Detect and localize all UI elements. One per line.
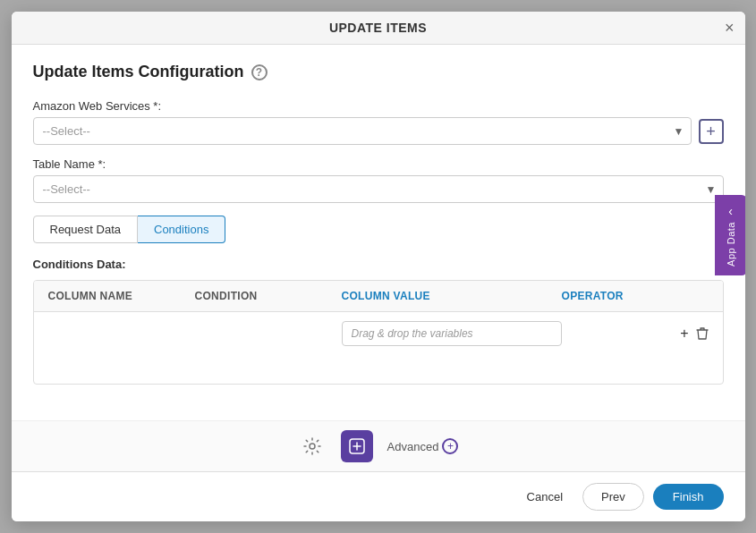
row-actions: + (562, 326, 709, 342)
table-header: COLUMN NAME CONDITION COLUMN VALUE OPERA… (34, 281, 723, 312)
col-header-column-name: COLUMN NAME (48, 290, 195, 302)
aws-select-wrapper: --Select-- ▼ + (33, 117, 724, 145)
modal-title: UPDATE ITEMS (329, 21, 427, 35)
help-icon[interactable]: ? (251, 64, 268, 80)
cancel-button[interactable]: Cancel (516, 485, 573, 509)
col-header-condition: CONDITION (195, 290, 342, 302)
table-name-field-group: Table Name *: --Select-- ▼ (33, 157, 724, 203)
modal-body: ‹ App Data Update Items Configuration ? … (12, 45, 745, 420)
close-button[interactable]: × (725, 20, 735, 36)
app-data-label: App Data (726, 222, 736, 266)
finish-button[interactable]: Finish (653, 484, 724, 510)
table-name-select[interactable]: --Select-- (33, 175, 724, 203)
aws-select[interactable]: --Select-- (33, 117, 692, 145)
tab-request-data[interactable]: Request Data (33, 216, 139, 243)
table-select-wrapper: --Select-- ▼ (33, 175, 724, 203)
update-items-modal: UPDATE ITEMS × ‹ App Data Update Items C… (12, 12, 745, 521)
advanced-plus-icon[interactable]: + (442, 438, 458, 454)
drag-drop-input[interactable]: Drag & drop the variables (342, 321, 562, 346)
modal-actions: Cancel Prev Finish (12, 471, 745, 521)
settings-icon[interactable] (298, 432, 327, 461)
col-header-column-value: COLUMN VALUE (342, 290, 562, 302)
tab-conditions[interactable]: Conditions (138, 216, 225, 243)
footer-bar: Advanced + (12, 420, 745, 471)
badge-icon[interactable] (341, 430, 373, 462)
aws-label: Amazon Web Services *: (33, 99, 724, 113)
conditions-section-label: Conditions Data: (33, 258, 724, 271)
svg-point-0 (310, 444, 315, 449)
conditions-table: COLUMN NAME CONDITION COLUMN VALUE OPERA… (33, 280, 724, 385)
row-delete-button[interactable] (696, 326, 709, 341)
tab-group: Request Data Conditions (33, 216, 724, 243)
aws-select-input-wrapper: --Select-- ▼ (33, 117, 692, 145)
prev-button[interactable]: Prev (582, 483, 644, 511)
page-title: Update Items Configuration ? (33, 63, 724, 81)
aws-field-group: Amazon Web Services *: --Select-- ▼ + (33, 99, 724, 145)
table-row: Drag & drop the variables + (48, 321, 709, 346)
advanced-label: Advanced + (387, 438, 459, 454)
app-data-chevron-icon: ‹ (728, 204, 733, 218)
table-body: Drag & drop the variables + (34, 312, 723, 384)
col-header-operator: OPERATOR (562, 290, 709, 302)
aws-add-button[interactable]: + (699, 119, 724, 144)
app-data-tab[interactable]: ‹ App Data (715, 195, 745, 275)
row-add-button[interactable]: + (680, 326, 688, 342)
modal-header: UPDATE ITEMS × (12, 12, 745, 45)
table-name-label: Table Name *: (33, 157, 724, 171)
